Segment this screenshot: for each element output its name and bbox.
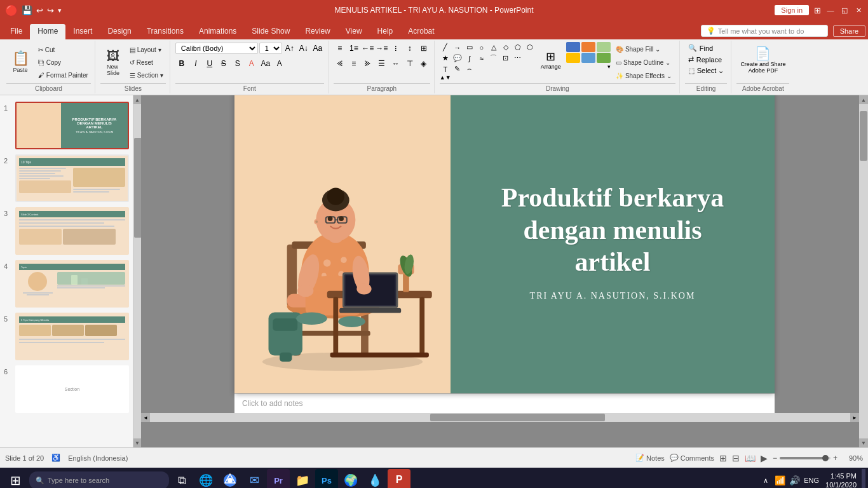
shape-callout[interactable]: 💬 bbox=[452, 53, 463, 64]
quick-styles-scroll[interactable]: ▾ bbox=[566, 64, 611, 70]
align-center-button[interactable]: ≡ bbox=[348, 57, 360, 70]
tab-slideshow[interactable]: Slide Show bbox=[244, 24, 297, 39]
font-family-select[interactable]: Calibri (Body) bbox=[175, 43, 258, 54]
shape-pentagon[interactable]: ⬠ bbox=[512, 42, 524, 53]
slide-img-1[interactable]: PRODUKTIF BERKARYADENGAN MENULISARTIKEL … bbox=[15, 102, 129, 149]
shape-star[interactable]: ★ bbox=[440, 53, 451, 64]
tab-file[interactable]: File bbox=[3, 24, 30, 39]
line-spacing-button[interactable]: ↕ bbox=[403, 42, 416, 55]
switch-view-icon[interactable]: ⊞ bbox=[814, 6, 821, 15]
zoom-in-button[interactable]: + bbox=[833, 454, 837, 463]
shape-block[interactable]: ⊡ bbox=[500, 53, 512, 64]
chrome-browser-button[interactable] bbox=[219, 469, 241, 488]
shape-more[interactable]: ⋯ bbox=[512, 53, 524, 64]
shape-fill-button[interactable]: 🎨 Shape Fill ⌄ bbox=[613, 43, 674, 55]
volume-icon[interactable]: 🔊 bbox=[789, 475, 800, 485]
shape-text[interactable]: T bbox=[440, 64, 451, 74]
start-button[interactable]: ⊞ bbox=[3, 469, 28, 488]
slide-img-4[interactable]: Topic bbox=[15, 260, 129, 308]
quick-style-4[interactable] bbox=[566, 53, 580, 63]
align-right-button[interactable]: ⫸ bbox=[362, 57, 374, 70]
tell-me-box[interactable]: 💡 Tell me what you want to do bbox=[701, 25, 828, 37]
canvas-vscrollbar[interactable]: ▲ ▼ bbox=[859, 95, 868, 447]
hscroll-right[interactable]: ► bbox=[850, 413, 859, 422]
arrange-button[interactable]: ⊞ Arrange bbox=[538, 42, 564, 78]
tab-animations[interactable]: Animations bbox=[191, 24, 244, 39]
create-share-pdf-button[interactable]: 📄 Create and ShareAdobe PDF bbox=[736, 42, 789, 78]
italic-button[interactable]: I bbox=[189, 57, 202, 70]
slide-thumb-6[interactable]: 6 Section bbox=[3, 364, 130, 414]
justify-button[interactable]: ☰ bbox=[376, 57, 388, 70]
mail-button[interactable]: ✉ bbox=[243, 469, 266, 488]
shape-freeform[interactable]: ≈ bbox=[476, 53, 487, 64]
zoom-percentage[interactable]: 90% bbox=[843, 454, 863, 462]
select-button[interactable]: ⬚ Select ⌄ bbox=[686, 66, 726, 76]
canvas-scroll-down[interactable]: ▼ bbox=[859, 438, 868, 447]
language-tray-icon[interactable]: ENG bbox=[804, 477, 819, 484]
new-slide-button[interactable]: 🖼 NewSlide bbox=[100, 45, 126, 81]
taskbar-search-box[interactable]: 🔍 Type here to search bbox=[29, 471, 169, 488]
reading-view-button[interactable]: 📖 bbox=[745, 453, 756, 463]
signin-button[interactable]: Sign in bbox=[775, 5, 809, 15]
customize-icon[interactable]: ▾ bbox=[58, 6, 62, 15]
increase-font-button[interactable]: A↑ bbox=[283, 42, 296, 55]
hscroll-knob[interactable] bbox=[430, 414, 606, 421]
font-size-input[interactable]: Aa bbox=[259, 57, 272, 70]
quick-style-3[interactable] bbox=[597, 42, 611, 52]
comments-button[interactable]: 💬 Comments bbox=[670, 454, 714, 462]
shape-outline-button[interactable]: ▭ Shape Outline ⌄ bbox=[613, 57, 674, 68]
close-button[interactable]: ✕ bbox=[854, 6, 863, 15]
normal-view-button[interactable]: ⊞ bbox=[719, 453, 727, 463]
tab-home[interactable]: Home bbox=[30, 24, 65, 39]
hscroll-left[interactable]: ◄ bbox=[141, 413, 150, 422]
tab-insert[interactable]: Insert bbox=[65, 24, 100, 39]
font-color-button[interactable]: A bbox=[245, 57, 258, 70]
undo-icon[interactable]: ↩ bbox=[36, 6, 43, 15]
canvas-scroll-up[interactable]: ▲ bbox=[859, 95, 868, 104]
shape-diamond[interactable]: ◇ bbox=[500, 42, 512, 53]
tab-transitions[interactable]: Transitions bbox=[139, 24, 191, 39]
redo-icon[interactable]: ↪ bbox=[47, 6, 54, 15]
share-button[interactable]: Share bbox=[833, 25, 865, 37]
slide-thumb-3[interactable]: 3 Slide 3 Content bbox=[3, 206, 130, 256]
tab-help[interactable]: Help bbox=[370, 24, 401, 39]
paste-button[interactable]: 📋 Paste bbox=[6, 45, 34, 81]
canvas-scroll-knob[interactable] bbox=[860, 111, 867, 161]
copy-button[interactable]: ⿻ Copy bbox=[36, 57, 91, 69]
slide-img-3[interactable]: Slide 3 Content bbox=[15, 207, 129, 255]
slide-canvas[interactable]: Produktif berkaryadengan menulisartikel … bbox=[234, 95, 775, 393]
quick-style-2[interactable] bbox=[581, 42, 595, 52]
numbering-button[interactable]: 1≡ bbox=[348, 42, 360, 55]
format-painter-button[interactable]: 🖌 Format Painter bbox=[36, 70, 91, 81]
find-button[interactable]: 🔍 Find bbox=[686, 43, 726, 53]
strikethrough-button[interactable]: S bbox=[217, 57, 230, 70]
shape-arrow[interactable]: → bbox=[452, 42, 463, 53]
font-color2-button[interactable]: A bbox=[273, 57, 286, 70]
shape-rect[interactable]: ▭ bbox=[464, 42, 475, 53]
unknown-app-button[interactable]: 🌍 bbox=[339, 469, 362, 488]
shadow-button[interactable]: S bbox=[231, 57, 244, 70]
smartart-button[interactable]: ⊞ bbox=[417, 42, 430, 55]
accessibility-icon[interactable]: ♿ bbox=[51, 454, 60, 462]
slide-thumb-1[interactable]: 1 PRODUKTIF BERKARYADENGAN MENULISARTIKE… bbox=[3, 100, 130, 151]
font-size-select[interactable]: 18 bbox=[259, 43, 282, 54]
minimize-button[interactable]: — bbox=[826, 6, 835, 15]
slide-img-6[interactable]: Section bbox=[15, 365, 129, 413]
reset-button[interactable]: ↺ Reset bbox=[127, 57, 166, 69]
replace-button[interactable]: ⇄ Replace bbox=[686, 55, 726, 64]
time-display[interactable]: 1:45 PM 10/1/2020 bbox=[825, 471, 857, 488]
paint-app-button[interactable]: 💧 bbox=[363, 469, 386, 488]
columns-button[interactable]: ⫶ bbox=[390, 42, 402, 55]
shape-oval[interactable]: ○ bbox=[476, 42, 487, 53]
restore-button[interactable]: ◱ bbox=[840, 6, 849, 15]
shape-triangle[interactable]: △ bbox=[488, 42, 499, 53]
save-icon[interactable]: 💾 bbox=[22, 5, 32, 15]
slide-img-2[interactable]: 10 Tips bbox=[15, 154, 129, 202]
tab-design[interactable]: Design bbox=[100, 24, 139, 39]
zoom-out-button[interactable]: − bbox=[773, 454, 777, 463]
clear-format-button[interactable]: Aa bbox=[311, 42, 324, 55]
task-view-button[interactable]: ⧉ bbox=[170, 469, 193, 488]
shapes-scroll-up[interactable]: ▲ bbox=[440, 74, 445, 81]
slide-sorter-button[interactable]: ⊟ bbox=[732, 453, 740, 463]
scroll-track[interactable] bbox=[133, 104, 141, 438]
